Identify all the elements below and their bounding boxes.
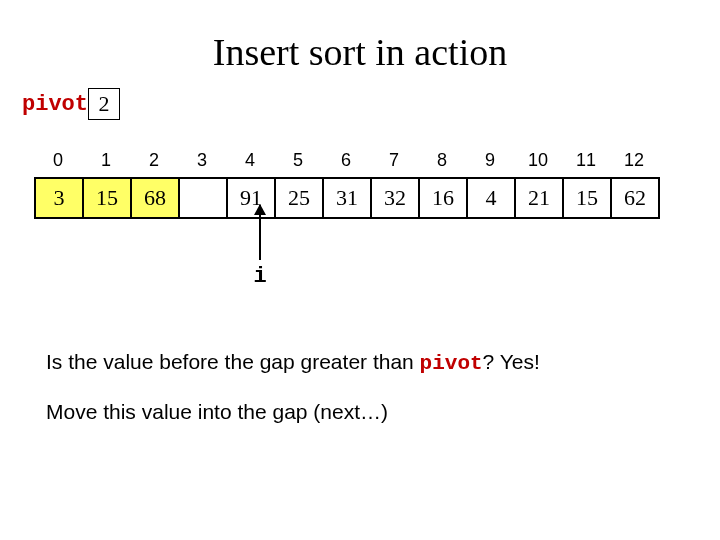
- pivot-label: pivot: [22, 92, 88, 117]
- array-cell: 62: [612, 177, 660, 219]
- pivot-value-box: 2: [88, 88, 120, 120]
- array-cell: 21: [516, 177, 564, 219]
- index-label: 10: [514, 150, 562, 171]
- caption-line-2: Move this value into the gap (next…): [46, 400, 388, 424]
- caption-line-1: Is the value before the gap greater than…: [46, 350, 540, 375]
- caption-text: ? Yes!: [483, 350, 540, 373]
- index-label: 1: [82, 150, 130, 171]
- index-label: 4: [226, 150, 274, 171]
- array-cell: 15: [84, 177, 132, 219]
- array-cell: 4: [468, 177, 516, 219]
- array-cell: 15: [564, 177, 612, 219]
- array-cell: 68: [132, 177, 180, 219]
- page-title: Insert sort in action: [0, 30, 720, 74]
- arrow-up-icon: [259, 205, 261, 260]
- array-area: 0 1 2 3 4 5 6 7 8 9 10 11 12 3 15 68 91 …: [34, 150, 660, 219]
- index-label: 11: [562, 150, 610, 171]
- array-cell: 16: [420, 177, 468, 219]
- array-cell: 25: [276, 177, 324, 219]
- array-cell: 31: [324, 177, 372, 219]
- index-label: 0: [34, 150, 82, 171]
- index-label: 12: [610, 150, 658, 171]
- array-cell-gap: [180, 177, 228, 219]
- index-label: 9: [466, 150, 514, 171]
- pointer-label: i: [250, 264, 270, 289]
- cell-row: 3 15 68 91 25 31 32 16 4 21 15 62: [34, 177, 660, 219]
- array-cell: 3: [36, 177, 84, 219]
- index-label: 6: [322, 150, 370, 171]
- pointer-i: i: [250, 205, 270, 289]
- index-row: 0 1 2 3 4 5 6 7 8 9 10 11 12: [34, 150, 660, 171]
- index-label: 8: [418, 150, 466, 171]
- pivot-group: pivot 2: [22, 88, 120, 120]
- pivot-keyword: pivot: [420, 352, 483, 375]
- array-cell: 32: [372, 177, 420, 219]
- index-label: 3: [178, 150, 226, 171]
- index-label: 7: [370, 150, 418, 171]
- caption-text: Is the value before the gap greater than: [46, 350, 420, 373]
- index-label: 5: [274, 150, 322, 171]
- index-label: 2: [130, 150, 178, 171]
